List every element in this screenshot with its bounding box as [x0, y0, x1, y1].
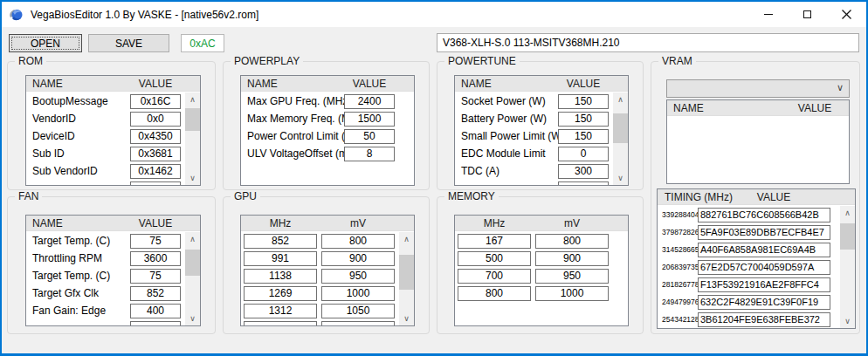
mhz-value-input[interactable] — [244, 321, 317, 326]
column-header-name: NAME — [241, 78, 344, 90]
scrollbar-thumb[interactable] — [613, 113, 628, 143]
param-value-input[interactable]: 0x4350 — [130, 129, 181, 144]
param-value-input[interactable]: 0x3681 — [130, 147, 181, 161]
scroll-down-icon[interactable]: ∨ — [185, 312, 200, 325]
param-value-input[interactable]: 0x0 — [130, 112, 181, 127]
param-value-input[interactable]: 0x1462 — [130, 164, 181, 179]
timing-value-input[interactable]: 632C2F4829E91C39F0F19 — [698, 295, 830, 310]
param-value-input[interactable]: 1500 — [344, 112, 395, 127]
mv-value-input[interactable]: 1050 — [321, 304, 395, 318]
scroll-up-icon[interactable]: ∧ — [185, 232, 200, 246]
param-value-input[interactable]: 150 — [558, 129, 609, 144]
table-row-partial — [26, 180, 200, 185]
param-value-input[interactable] — [558, 181, 609, 186]
timing-value-input[interactable]: 3B61204FE9E638FEBE372 — [698, 312, 830, 327]
scrollbar[interactable]: ∧ ∨ — [185, 232, 200, 325]
param-value-input[interactable]: 150 — [558, 94, 609, 109]
scroll-down-icon[interactable]: ∨ — [613, 171, 628, 185]
mhz-value-input[interactable]: 1312 — [244, 304, 317, 318]
mv-value-input[interactable]: 900 — [321, 251, 395, 266]
scrollbar-thumb[interactable] — [185, 250, 200, 276]
scroll-down-icon[interactable]: ∨ — [840, 314, 855, 328]
mhz-value-input[interactable]: 991 — [244, 251, 317, 266]
param-value-input[interactable]: 300 — [558, 164, 609, 179]
timing-value-input[interactable]: F13F53921916AE2F8FFC4 — [698, 277, 830, 292]
save-button[interactable]: SAVE — [88, 34, 169, 52]
timing-value-input[interactable]: 5FA9F03E89DBB7ECFB4E7 — [698, 225, 830, 240]
scroll-up-icon[interactable]: ∧ — [840, 206, 855, 220]
mv-value-input[interactable]: 1000 — [535, 286, 609, 301]
timing-table-header: TIMING (MHz) VALUE — [658, 189, 855, 205]
vram-table-body — [667, 117, 849, 183]
mv-value-input[interactable]: 950 — [535, 269, 609, 284]
scroll-up-icon[interactable]: ∧ — [613, 92, 628, 106]
mv-value-input[interactable]: 800 — [535, 234, 609, 249]
open-button[interactable]: OPEN — [9, 34, 82, 52]
mhz-value-input[interactable]: 167 — [458, 234, 531, 249]
param-name: Sub ID — [26, 147, 130, 160]
mv-value-input[interactable]: 900 — [535, 251, 609, 266]
table-row: Battery Power (W) 150 — [455, 110, 628, 127]
powertune-table-header: NAME VALUE — [455, 76, 628, 92]
param-value-input[interactable]: 75 — [130, 269, 181, 284]
minimize-button[interactable] — [748, 2, 788, 27]
timing-value-input[interactable]: 882761BC76C608566B42B — [698, 208, 830, 222]
param-value-input[interactable]: 852 — [130, 286, 181, 301]
param-value-input[interactable]: 0x16C — [130, 94, 181, 109]
mhz-value-input[interactable]: 800 — [458, 286, 531, 301]
param-value-input[interactable]: 2400 — [344, 94, 395, 109]
timing-value-input[interactable]: A40F6A858A981EC69A4B — [698, 243, 830, 257]
param-value-input[interactable]: 3600 — [130, 251, 181, 266]
table-row: 2494799768:1 632C2F4829E91C39F0F19 — [658, 293, 855, 311]
fan-table-body: Target Temp. (C) 75 Throttling RPM 3600 … — [26, 232, 200, 325]
column-header-value: VALUE — [558, 78, 609, 90]
group-powertune-title: POWERTUNE — [444, 55, 520, 67]
mv-value-input[interactable] — [321, 321, 395, 326]
column-header-name: NAME — [26, 217, 130, 229]
param-value-input[interactable]: 8 — [344, 147, 395, 161]
close-button[interactable] — [827, 2, 866, 27]
table-row: 3392884046:1 882761BC76C608566B42B — [658, 206, 855, 223]
param-name: DeviceID — [26, 130, 130, 142]
table-row-partial — [455, 180, 628, 185]
param-value-input[interactable] — [130, 181, 181, 186]
scroll-down-icon[interactable]: ∨ — [185, 171, 200, 185]
scrollbar[interactable]: ∧ ∨ — [840, 206, 855, 328]
mhz-value-input[interactable]: 700 — [458, 269, 531, 284]
gpu-table-header: MHz mV — [241, 216, 414, 231]
mhz-value-input[interactable]: 852 — [244, 234, 317, 249]
scroll-down-icon[interactable]: ∨ — [399, 312, 414, 325]
scroll-up-icon[interactable]: ∧ — [399, 232, 414, 246]
param-value-input[interactable] — [130, 321, 181, 326]
mv-value-input[interactable]: 800 — [321, 234, 395, 249]
fan-table: NAME VALUE Target Temp. (C) 75 Throttlin… — [25, 215, 201, 326]
scroll-up-icon[interactable]: ∧ — [185, 92, 200, 106]
vram-dropdown[interactable]: ∨ — [666, 79, 850, 98]
bios-name-field[interactable]: V368-XLH-S.0 113-MSITV368MH.210 — [437, 33, 859, 52]
mhz-value-input[interactable]: 1269 — [244, 286, 317, 301]
param-value-input[interactable]: 50 — [344, 129, 395, 144]
scrollbar-thumb[interactable] — [840, 223, 855, 250]
mhz-value-input[interactable]: 1138 — [244, 269, 317, 284]
group-vram-title: VRAM — [658, 55, 696, 67]
param-value-input[interactable]: 150 — [558, 112, 609, 127]
mhz-value-input[interactable]: 500 — [458, 251, 531, 266]
titlebar: VegaBiosEditor 1.0 By VASKE - [native56v… — [2, 2, 866, 27]
scrollbar[interactable]: ∧ ∨ — [613, 92, 628, 185]
mv-value-input[interactable]: 950 — [321, 269, 395, 284]
group-fan-title: FAN — [15, 190, 42, 202]
param-value-input[interactable]: 75 — [130, 234, 181, 249]
scrollbar-thumb[interactable] — [185, 108, 200, 131]
scrollbar-thumb[interactable] — [399, 255, 414, 290]
group-vram: VRAM ∨ NAME VALUE TIMING (MHz) VALUE 339… — [651, 61, 860, 334]
param-value-input[interactable]: 0 — [558, 147, 609, 161]
column-header-mv: mV — [321, 217, 395, 229]
vram-table-header: NAME VALUE — [667, 100, 849, 116]
maximize-button[interactable] — [788, 2, 827, 27]
scrollbar[interactable]: ∧ ∨ — [185, 92, 200, 185]
timing-freq: 314528665:17 — [658, 245, 698, 254]
param-value-input[interactable]: 400 — [130, 304, 181, 318]
mv-value-input[interactable]: 1000 — [321, 286, 395, 301]
scrollbar[interactable]: ∧ ∨ — [399, 232, 414, 325]
timing-value-input[interactable]: 67E2D57C7004059D597A — [698, 260, 830, 275]
